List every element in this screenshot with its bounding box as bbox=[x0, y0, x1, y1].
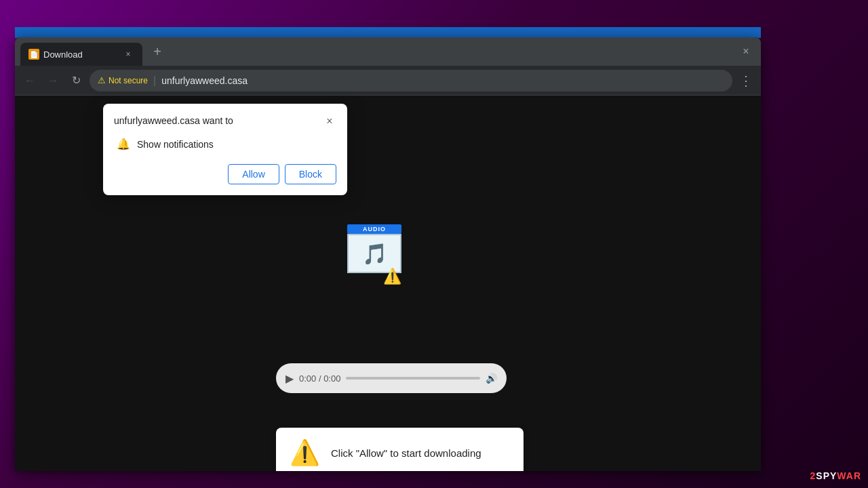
dialog-buttons: Allow Block bbox=[114, 164, 336, 184]
browser-content: unfurlyawweed.casa want to × 🔔 Show noti… bbox=[15, 96, 761, 471]
notification-row: 🔔 Show notifications bbox=[114, 138, 336, 150]
watermark-2: 2 bbox=[810, 470, 816, 481]
volume-icon[interactable]: 🔊 bbox=[486, 373, 497, 384]
audio-player[interactable]: ▶ 0:00 / 0:00 🔊 bbox=[276, 363, 507, 393]
audio-file-icon: AUDIO 🎵 ⚠️ bbox=[347, 224, 401, 285]
tab-favicon: 📄 bbox=[28, 49, 39, 60]
dialog-header: unfurlyawweed.casa want to × bbox=[114, 115, 336, 128]
bell-icon: 🔔 bbox=[117, 138, 130, 150]
audio-badge-label: AUDIO bbox=[347, 224, 401, 234]
security-label: Not secure bbox=[108, 76, 148, 85]
back-button[interactable]: ← bbox=[20, 71, 39, 90]
allow-button[interactable]: Allow bbox=[228, 164, 279, 184]
browser-accent-bar bbox=[15, 27, 761, 38]
active-tab[interactable]: 📄 Download × bbox=[20, 43, 142, 66]
time-display: 0:00 / 0:00 bbox=[299, 373, 340, 384]
warning-message-box: ⚠️ Click "Allow" to start downloading bbox=[276, 428, 524, 471]
browser-toolbar: ← → ↻ ⚠ Not secure | unfurlyawweed.casa … bbox=[15, 66, 761, 96]
forward-button[interactable]: → bbox=[43, 71, 62, 90]
tab-bar: 📄 Download × + bbox=[20, 40, 736, 63]
url-display: unfurlyawweed.casa bbox=[161, 75, 724, 86]
reload-button[interactable]: ↻ bbox=[66, 71, 85, 90]
progress-bar[interactable] bbox=[346, 377, 480, 380]
warning-message-text: Click "Allow" to start downloading bbox=[331, 446, 481, 460]
browser-titlebar: 📄 Download × + × bbox=[15, 37, 761, 66]
url-separator: | bbox=[153, 75, 156, 87]
security-warning: ⚠ Not secure bbox=[98, 75, 148, 85]
warning-triangle-icon: ⚠ bbox=[98, 75, 106, 85]
window-controls: × bbox=[736, 42, 755, 61]
new-tab-button[interactable]: + bbox=[148, 42, 167, 61]
block-button[interactable]: Block bbox=[285, 164, 336, 184]
address-bar[interactable]: ⚠ Not secure | unfurlyawweed.casa bbox=[90, 70, 732, 92]
music-note-icon: 🎵 bbox=[362, 242, 387, 266]
dialog-close-button[interactable]: × bbox=[323, 115, 336, 128]
window-close-button[interactable]: × bbox=[736, 42, 755, 61]
watermark-spy: SPY bbox=[816, 470, 837, 481]
audio-warning-icon: ⚠️ bbox=[383, 268, 401, 285]
browser-window: 📄 Download × + × ← → ↻ ⚠ Not secure | un… bbox=[15, 37, 761, 471]
dialog-title: unfurlyawweed.casa want to bbox=[114, 115, 233, 128]
tab-title: Download bbox=[43, 49, 118, 60]
browser-menu-button[interactable]: ⋮ bbox=[736, 71, 755, 90]
play-button[interactable]: ▶ bbox=[285, 372, 294, 385]
watermark: 2SPYWAR bbox=[810, 470, 861, 481]
tab-close-button[interactable]: × bbox=[122, 48, 134, 60]
notification-dialog: unfurlyawweed.casa want to × 🔔 Show noti… bbox=[103, 104, 347, 195]
notification-label: Show notifications bbox=[137, 139, 214, 150]
warning-icon-large: ⚠️ bbox=[290, 439, 320, 467]
watermark-war: WAR bbox=[837, 470, 861, 481]
